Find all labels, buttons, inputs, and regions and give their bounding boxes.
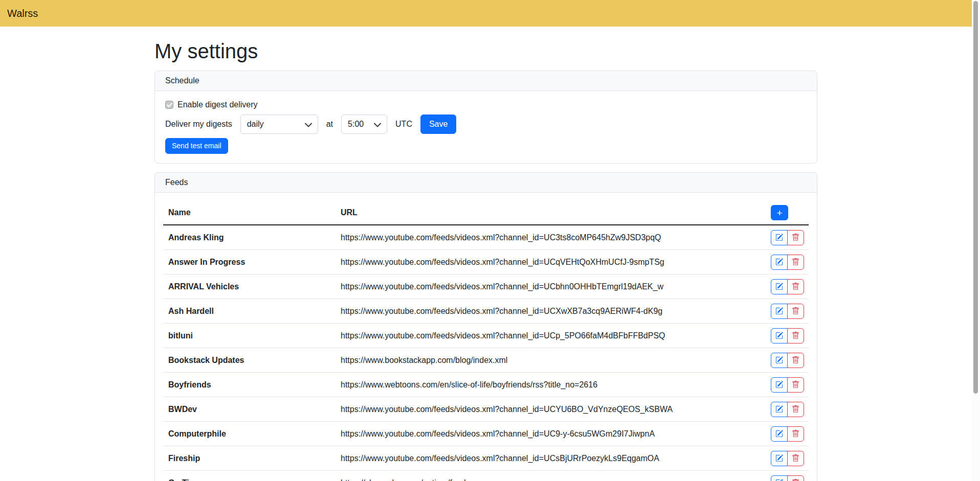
edit-feed-button[interactable] [771, 402, 788, 417]
feeds-table-body: Andreas Kling https://www.youtube.com/fe… [163, 225, 809, 481]
feed-actions-group [771, 426, 804, 442]
column-header-actions: + [766, 205, 809, 220]
feed-url: https://www.youtube.com/feeds/videos.xml… [336, 258, 766, 267]
feed-name: Andreas Kling [163, 233, 336, 242]
feed-url: https://www.youtube.com/feeds/videos.xml… [336, 331, 766, 340]
feed-name: Computerphile [163, 429, 336, 439]
feeds-card-header: Feeds [155, 173, 817, 193]
feed-row: bitluni https://www.youtube.com/feeds/vi… [163, 324, 809, 348]
delete-feed-button[interactable] [787, 377, 804, 393]
edit-feed-button[interactable] [771, 377, 788, 393]
schedule-card: Schedule Enable digest delivery Deliver … [154, 71, 817, 164]
trash-icon [792, 234, 799, 241]
save-button[interactable]: Save [420, 114, 456, 134]
delete-feed-button[interactable] [787, 426, 804, 442]
feed-name: Bookstack Updates [163, 356, 336, 365]
app-brand[interactable]: Walrss [7, 8, 38, 19]
enable-digest-label: Enable digest delivery [177, 100, 258, 109]
feed-actions [766, 353, 809, 368]
delete-feed-button[interactable] [787, 255, 804, 270]
feed-actions [766, 426, 809, 442]
feed-actions-group [771, 451, 804, 466]
delete-feed-button[interactable] [787, 402, 804, 417]
edit-feed-button[interactable] [771, 255, 788, 270]
feed-actions [766, 377, 809, 393]
column-header-url: URL [336, 208, 766, 217]
trash-icon [792, 454, 799, 462]
feed-actions [766, 451, 809, 466]
feed-actions-group [771, 255, 804, 270]
feed-url: https://changelog.com/gotime/feed [336, 478, 766, 481]
feed-name: Answer In Progress [163, 258, 336, 267]
delete-feed-button[interactable] [787, 328, 804, 343]
scrollbar-thumb[interactable] [973, 1, 978, 394]
edit-feed-button[interactable] [771, 304, 788, 319]
feed-actions-group [771, 230, 804, 245]
edit-icon [775, 332, 783, 339]
feed-actions [766, 255, 809, 270]
delete-feed-button[interactable] [787, 279, 804, 294]
feed-actions-group [771, 328, 804, 343]
feed-url: https://www.youtube.com/feeds/videos.xml… [336, 454, 766, 463]
time-select-value: 5:00 [348, 120, 364, 129]
trash-icon [792, 356, 799, 364]
trash-icon [792, 381, 799, 388]
delete-feed-button[interactable] [787, 451, 804, 466]
feed-url: https://www.bookstackapp.com/blog/index.… [336, 356, 766, 365]
edit-feed-button[interactable] [771, 426, 788, 442]
feed-name: BWDev [163, 405, 336, 414]
trash-icon [792, 307, 799, 315]
feed-actions-group [771, 353, 804, 368]
feed-url: https://www.webtoons.com/en/slice-of-lif… [336, 380, 766, 390]
edit-feed-button[interactable] [771, 475, 788, 481]
trash-icon [792, 283, 799, 290]
feed-actions [766, 402, 809, 417]
feed-actions-group [771, 475, 804, 481]
time-select[interactable]: 5:00 [341, 114, 387, 134]
feed-name: Ash Hardell [163, 307, 336, 316]
feed-actions [766, 279, 809, 294]
edit-icon [775, 381, 783, 388]
schedule-controls-row: Deliver my digests daily at 5:00 UTC Sav… [165, 114, 807, 134]
at-label: at [326, 120, 333, 129]
edit-feed-button[interactable] [771, 451, 788, 466]
add-feed-button[interactable]: + [771, 205, 788, 220]
edit-icon [775, 454, 783, 462]
send-test-email-button[interactable]: Send test email [165, 138, 228, 154]
edit-icon [775, 479, 783, 481]
feed-row: Go Time https://changelog.com/gotime/fee… [163, 471, 809, 481]
feed-url: https://www.youtube.com/feeds/videos.xml… [336, 307, 766, 316]
feed-actions [766, 230, 809, 245]
scrollbar[interactable] [972, 0, 980, 481]
feed-actions-group [771, 377, 804, 393]
edit-icon [775, 258, 783, 266]
chevron-down-icon [304, 121, 313, 129]
delete-feed-button[interactable] [787, 304, 804, 319]
delete-feed-button[interactable] [787, 230, 804, 245]
delete-feed-button[interactable] [787, 353, 804, 368]
edit-feed-button[interactable] [771, 230, 788, 245]
edit-icon [775, 430, 783, 438]
feed-row: Fireship https://www.youtube.com/feeds/v… [163, 446, 809, 471]
edit-feed-button[interactable] [771, 328, 788, 343]
delete-feed-button[interactable] [787, 475, 804, 481]
feed-name: bitluni [163, 331, 336, 340]
deliver-label: Deliver my digests [165, 120, 232, 129]
feed-row: Andreas Kling https://www.youtube.com/fe… [163, 225, 809, 250]
frequency-select[interactable]: daily [240, 114, 318, 134]
edit-icon [775, 356, 783, 364]
feed-url: https://www.youtube.com/feeds/videos.xml… [336, 405, 766, 414]
enable-digest-checkbox[interactable] [165, 101, 173, 109]
schedule-card-header: Schedule [155, 71, 817, 91]
feed-row: Boyfriends https://www.webtoons.com/en/s… [163, 373, 809, 397]
edit-feed-button[interactable] [771, 353, 788, 368]
edit-feed-button[interactable] [771, 279, 788, 294]
page-viewport: Walrss My settings Schedule Enable diges… [0, 0, 972, 481]
edit-icon [775, 307, 783, 315]
edit-icon [775, 405, 783, 413]
timezone-label: UTC [395, 120, 412, 129]
edit-icon [775, 283, 783, 290]
frequency-select-value: daily [247, 120, 264, 129]
feeds-table: Name URL + Andreas Kling https://www.you… [163, 201, 809, 481]
feed-actions-group [771, 279, 804, 294]
